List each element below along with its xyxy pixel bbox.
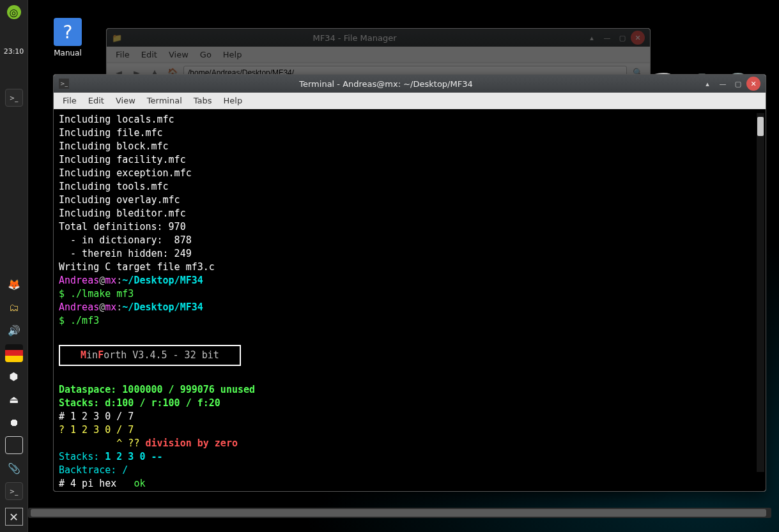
menu-file[interactable]: File bbox=[63, 96, 77, 105]
term-line: 1 2 3 0 -- bbox=[105, 451, 162, 462]
menu-go[interactable]: Go bbox=[200, 50, 212, 59]
term-line: Dataspace: 1000000 / 999076 unused bbox=[59, 384, 255, 395]
window-title: MF34 - File Manager bbox=[126, 33, 583, 43]
menu-edit[interactable]: Edit bbox=[141, 50, 157, 59]
filemanager-titlebar[interactable]: 📁 MF34 - File Manager ▴ — ▢ ✕ bbox=[107, 29, 650, 47]
menu-edit[interactable]: Edit bbox=[88, 96, 104, 105]
term-line: Including block.mfc bbox=[59, 141, 169, 152]
term-line: Including file.mfc bbox=[59, 127, 163, 139]
filemanager-menubar: File Edit View Go Help bbox=[107, 47, 650, 63]
page-scrollbar[interactable] bbox=[28, 508, 771, 518]
prompt-host: mx bbox=[105, 275, 116, 286]
desktop-icon-label: Manual bbox=[45, 49, 91, 57]
files-icon[interactable]: 🗂 bbox=[5, 298, 23, 316]
scrollbar-thumb[interactable] bbox=[31, 509, 766, 517]
eject-icon[interactable]: ⏏ bbox=[5, 390, 23, 408]
terminal-output[interactable]: Including locals.mfc Including file.mfc … bbox=[54, 109, 766, 491]
firefox-icon[interactable]: 🦊 bbox=[5, 275, 23, 293]
desktop-icon-manual[interactable]: ? Manual bbox=[45, 18, 91, 57]
term-line: - in dictionary: 878 bbox=[59, 234, 192, 246]
term-line: Including exception.mfc bbox=[59, 167, 192, 179]
term-line: Stacks: d:100 / r:100 / f:20 bbox=[59, 397, 220, 409]
menu-view[interactable]: View bbox=[116, 96, 135, 105]
panel-clock[interactable]: 23:10 bbox=[4, 47, 24, 56]
error-message: division by zero bbox=[145, 437, 238, 449]
distro-logo-icon[interactable]: ◎ bbox=[7, 5, 21, 19]
scrollbar-thumb[interactable] bbox=[757, 117, 764, 136]
terminal-scrollbar[interactable] bbox=[757, 113, 764, 472]
start-menu-icon[interactable]: ✕ bbox=[5, 508, 23, 526]
term-line: Including tools.mfc bbox=[59, 181, 169, 192]
term-line: # 1 2 3 0 / 7 bbox=[59, 411, 134, 422]
term-command: $ ./mf3 bbox=[59, 315, 99, 326]
term-line: Writing C target file mf3.c bbox=[59, 261, 215, 273]
menu-view[interactable]: View bbox=[169, 50, 189, 59]
keyboard-de-icon[interactable] bbox=[5, 344, 23, 362]
menu-file[interactable]: File bbox=[116, 50, 130, 59]
shade-button[interactable]: ▴ bbox=[585, 31, 599, 45]
term-line: 1 2 3 0 / 7 bbox=[70, 424, 134, 436]
placeholder-icon[interactable] bbox=[5, 436, 23, 454]
close-button[interactable]: ✕ bbox=[631, 31, 645, 45]
terminal-icon: >_ bbox=[59, 79, 69, 89]
terminal-menubar: File Edit View Terminal Tabs Help bbox=[54, 93, 766, 109]
maximize-button[interactable]: ▢ bbox=[615, 31, 629, 45]
menu-help[interactable]: Help bbox=[223, 50, 242, 59]
volume-icon[interactable]: 🔊 bbox=[5, 321, 23, 339]
term-line: Including bleditor.mfc bbox=[59, 208, 186, 219]
dock-panel: ◎ 23:10 >_ 🦊 🗂 🔊 ⬢ ⏏ ⏺ 📎 >_ ✕ bbox=[0, 0, 28, 532]
term-line: Including overlay.mfc bbox=[59, 194, 180, 206]
menu-help[interactable]: Help bbox=[224, 96, 243, 105]
clipboard-icon[interactable]: 📎 bbox=[5, 459, 23, 477]
record-icon[interactable]: ⏺ bbox=[5, 413, 23, 431]
terminal-window[interactable]: >_ Terminal - Andreas@mx: ~/Desktop/MF34… bbox=[53, 74, 766, 492]
prompt-path: ~/Desktop/MF34 bbox=[122, 275, 203, 286]
term-line: Including facility.mfc bbox=[59, 154, 186, 165]
maximize-button[interactable]: ▢ bbox=[731, 77, 745, 91]
close-button[interactable]: ✕ bbox=[746, 77, 760, 91]
terminal-task-icon-2[interactable]: >_ bbox=[5, 482, 23, 500]
minforth-banner: MinForth V3.4.5 - 32 bit bbox=[59, 345, 241, 366]
terminal-task-icon[interactable]: >_ bbox=[5, 89, 23, 107]
menu-tabs[interactable]: Tabs bbox=[194, 96, 212, 105]
minimize-button[interactable]: — bbox=[716, 77, 730, 91]
term-line: / bbox=[122, 464, 128, 476]
help-icon: ? bbox=[54, 18, 82, 46]
prompt-user: Andreas bbox=[59, 275, 99, 286]
terminal-titlebar[interactable]: >_ Terminal - Andreas@mx: ~/Desktop/MF34… bbox=[54, 75, 766, 93]
shade-button[interactable]: ▴ bbox=[700, 77, 714, 91]
minimize-button[interactable]: — bbox=[600, 31, 614, 45]
menu-terminal[interactable]: Terminal bbox=[147, 96, 182, 105]
package-icon[interactable]: ⬢ bbox=[5, 367, 23, 385]
term-line: Total definitions: 970 bbox=[59, 221, 186, 232]
term-command: $ ./lmake mf3 bbox=[59, 288, 134, 300]
term-line: Including locals.mfc bbox=[59, 114, 174, 125]
folder-icon: 📁 bbox=[112, 33, 122, 43]
window-title: Terminal - Andreas@mx: ~/Desktop/MF34 bbox=[73, 79, 699, 89]
term-line: - therein hidden: 249 bbox=[59, 248, 192, 259]
